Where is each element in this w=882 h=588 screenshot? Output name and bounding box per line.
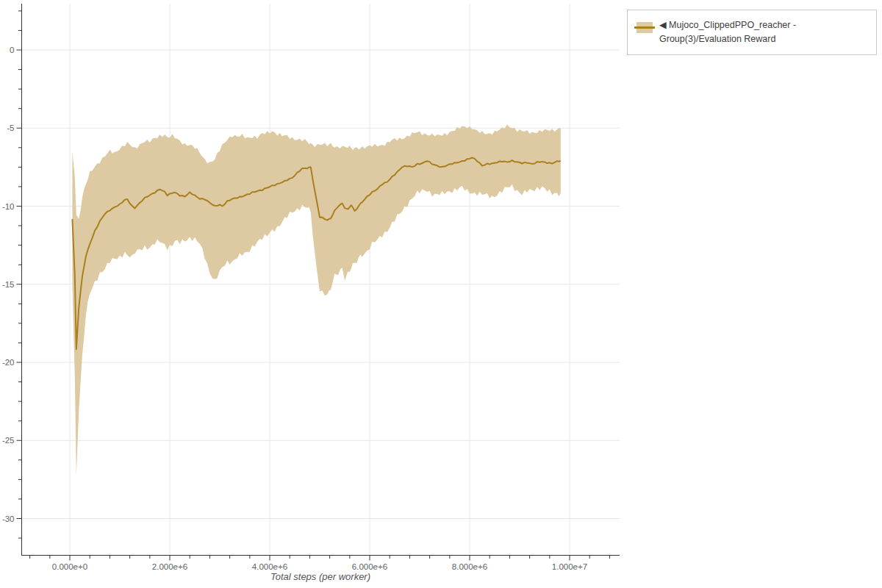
reward-chart-canvas[interactable]: 0-5-10-15-20-25-300.000e+02.000e+64.000e… [0,0,632,588]
x-tick-label: 1.000e+7 [552,562,587,571]
axes-layer: 0-5-10-15-20-25-300.000e+02.000e+64.000e… [2,4,620,571]
x-tick-label: 0.000e+0 [52,562,87,571]
y-tick-label: -5 [7,123,14,132]
x-tick-label: 2.000e+6 [152,562,187,571]
dashboard-page: 0-5-10-15-20-25-300.000e+02.000e+64.000e… [0,0,882,588]
line-swatch [634,26,655,29]
y-tick-label: -25 [2,436,15,445]
y-tick-label: -15 [2,280,15,289]
y-tick-label: -30 [2,514,15,523]
x-tick-label: 8.000e+6 [452,562,487,571]
legend: ◀ Mujoco_ClippedPPO_reacher - Group(3)/E… [627,10,877,55]
x-axis-title: Total steps (per worker) [270,571,370,582]
x-tick-label: 4.000e+6 [252,562,287,571]
y-tick-label: -20 [2,358,15,367]
legend-entry[interactable]: ◀ Mujoco_ClippedPPO_reacher - Group(3)/E… [634,18,869,46]
std-band-area [72,124,560,476]
legend-label: ◀ Mujoco_ClippedPPO_reacher - Group(3)/E… [659,18,869,46]
y-tick-label: -10 [2,202,15,211]
series-swatch-icon [637,22,653,33]
x-tick-label: 6.000e+6 [352,562,387,571]
y-tick-label: 0 [10,46,14,54]
